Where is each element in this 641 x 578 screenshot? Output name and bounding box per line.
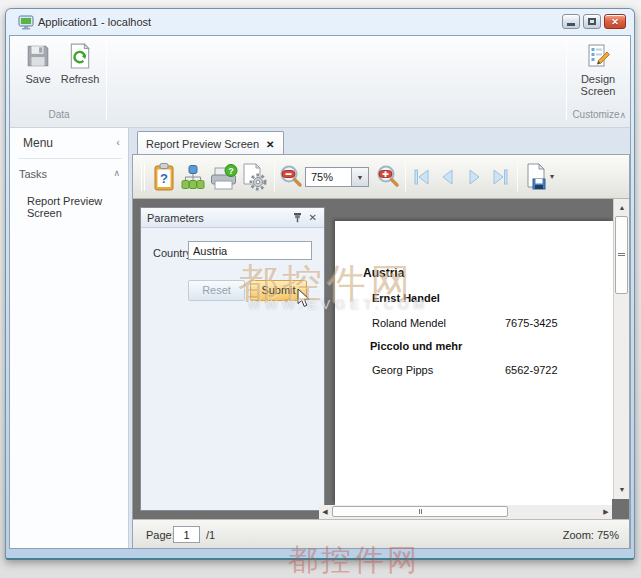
close-button[interactable]: ✕: [604, 14, 626, 29]
preview-toolbar: ?: [133, 155, 629, 199]
report-contact-phone: 6562-9722: [505, 364, 558, 376]
application-window: Application1 - localhost ✕ Save: [5, 8, 635, 560]
report-contact-name: Georg Pipps: [372, 364, 433, 376]
toolbar-separator: [517, 162, 518, 192]
zoom-level-combobox[interactable]: 75% ▼: [305, 167, 369, 187]
save-button[interactable]: Save: [18, 40, 58, 106]
toolbar-separator: [405, 162, 406, 192]
report-contact-phone: 7675-3425: [505, 317, 558, 329]
parameters-panel: Parameters ✕ Country Reset Submit: [140, 207, 325, 511]
pin-icon[interactable]: [293, 212, 302, 223]
report-preview-panel: ?: [132, 154, 630, 549]
design-screen-button[interactable]: Design Screen: [576, 40, 620, 106]
toolbar-separator: [274, 162, 275, 192]
refresh-button[interactable]: Refresh: [60, 40, 100, 106]
tasks-collapse-button[interactable]: ∧: [113, 168, 120, 178]
design-screen-label-1: Design: [576, 73, 620, 85]
sidebar-divider: [18, 158, 122, 159]
report-company: Ernst Handel: [372, 292, 440, 304]
parameters-close-icon[interactable]: ✕: [309, 212, 317, 223]
parameters-clipboard-icon: ?: [152, 162, 176, 192]
report-country-header: Austria: [363, 266, 404, 280]
maximize-icon: [588, 18, 596, 25]
sidebar-item-report-preview-screen[interactable]: Report Preview Screen: [27, 195, 128, 219]
ribbon-group-data: Data: [18, 109, 100, 124]
scroll-left-icon: ◀: [322, 508, 327, 515]
reset-label: Reset: [202, 284, 231, 296]
sidebar-collapse-button[interactable]: ‹: [116, 136, 120, 148]
export-document-icon: [524, 163, 548, 191]
chevron-down-icon: ▾: [550, 172, 554, 181]
document-map-icon: [181, 164, 205, 190]
zoom-in-icon: [375, 164, 401, 190]
horizontal-scrollbar[interactable]: ◀ ▶: [319, 505, 612, 519]
country-input[interactable]: [188, 241, 312, 260]
refresh-label: Refresh: [60, 73, 100, 85]
scroll-right-button[interactable]: ▶: [600, 505, 612, 519]
ribbon: Save Refresh Data: [10, 36, 630, 128]
tab-strip: Report Preview Screen ✕: [132, 128, 630, 155]
ribbon-group-customize: Customize: [568, 109, 624, 124]
parameters-title: Parameters: [141, 212, 293, 224]
submit-label: Submit: [261, 284, 295, 296]
design-screen-label-2: Screen: [576, 85, 620, 97]
mouse-cursor: [297, 288, 311, 308]
zoom-level-value: 75%: [306, 168, 351, 186]
parameters-button[interactable]: ?: [150, 159, 178, 195]
zoom-in-button[interactable]: [374, 159, 402, 195]
report-company: Piccolo und mehr: [370, 340, 462, 352]
scroll-left-button[interactable]: ◀: [319, 505, 331, 519]
chevron-up-icon: ∧: [113, 168, 120, 178]
scroll-down-button[interactable]: ▼: [614, 483, 629, 497]
next-page-button[interactable]: [462, 159, 486, 195]
parameters-panel-header[interactable]: Parameters ✕: [141, 208, 324, 228]
zoom-out-button[interactable]: [277, 159, 305, 195]
chevron-left-icon: ‹: [116, 136, 120, 148]
tab-close-icon[interactable]: ✕: [266, 139, 274, 150]
previous-page-icon: [437, 166, 459, 188]
toolbar-grip[interactable]: [144, 163, 145, 191]
minimize-button[interactable]: [562, 14, 580, 29]
country-label: Country: [153, 247, 192, 259]
svg-text:?: ?: [160, 171, 168, 186]
print-button[interactable]: ?: [208, 159, 240, 195]
horizontal-scrollbar-thumb[interactable]: [332, 506, 508, 517]
save-label: Save: [18, 73, 58, 85]
tab-label: Report Preview Screen: [146, 138, 259, 150]
page-setup-button[interactable]: [240, 159, 268, 195]
ribbon-separator: [566, 40, 567, 120]
zoom-out-icon: [278, 164, 304, 190]
document-map-button[interactable]: [179, 159, 207, 195]
svg-text:?: ?: [228, 166, 234, 176]
status-bar: Page: /1 Zoom: 75%: [133, 519, 629, 549]
scroll-up-button[interactable]: ▲: [614, 201, 629, 215]
refresh-icon: [67, 43, 93, 69]
maximize-button[interactable]: [583, 14, 601, 29]
ribbon-collapse-button[interactable]: ∧: [619, 110, 626, 120]
window-title: Application1 - localhost: [38, 16, 151, 28]
desktop-background: Application1 - localhost ✕ Save: [0, 0, 641, 578]
toolbar-grip[interactable]: [141, 163, 142, 191]
page-number-input[interactable]: [173, 526, 200, 543]
zoom-dropdown-button[interactable]: ▼: [351, 168, 368, 186]
report-page: Austria Ernst Handel Roland Mendel 7675-…: [335, 221, 613, 505]
scroll-down-icon: ▼: [619, 486, 626, 493]
vertical-scrollbar-thumb[interactable]: [615, 216, 628, 294]
last-page-icon: [489, 166, 511, 188]
reset-button[interactable]: Reset: [188, 280, 245, 301]
first-page-button[interactable]: [410, 159, 434, 195]
export-document-button[interactable]: [522, 159, 550, 195]
last-page-button[interactable]: [488, 159, 512, 195]
chevron-up-icon: ∧: [619, 110, 626, 120]
sidebar-section-tasks[interactable]: Tasks: [19, 168, 47, 180]
scroll-right-icon: ▶: [603, 508, 608, 515]
titlebar[interactable]: Application1 - localhost ✕: [6, 9, 634, 35]
page-label: Page:: [146, 529, 175, 541]
vertical-scrollbar[interactable]: ▲ ▼: [613, 199, 629, 499]
tab-report-preview-screen[interactable]: Report Preview Screen ✕: [137, 131, 284, 156]
design-screen-icon: [585, 43, 611, 69]
client-area: Save Refresh Data: [9, 35, 631, 549]
previous-page-button[interactable]: [436, 159, 460, 195]
export-dropdown-button[interactable]: ▾: [550, 172, 554, 181]
application-icon: [18, 15, 34, 30]
